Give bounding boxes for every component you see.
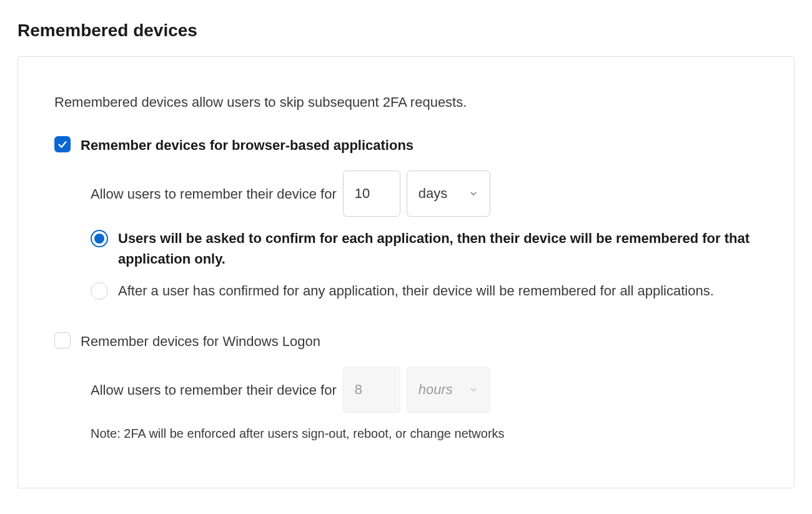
chevron-down-icon — [468, 385, 478, 395]
browser-duration-prefix: Allow users to remember their device for — [91, 184, 337, 204]
remembered-devices-card: Remembered devices allow users to skip s… — [17, 56, 795, 488]
radio-per-app[interactable] — [91, 230, 108, 247]
windows-duration-prefix: Allow users to remember their device for — [91, 380, 337, 400]
radio-all-apps-label: After a user has confirmed for any appli… — [118, 280, 714, 301]
windows-note: Note: 2FA will be enforced after users s… — [91, 424, 758, 443]
windows-duration-unit-label: hours — [418, 382, 453, 398]
section-intro: Remembered devices allow users to skip s… — [54, 92, 758, 112]
windows-option-row: Remember devices for Windows Logon — [54, 331, 758, 352]
browser-option-row: Remember devices for browser-based appli… — [54, 135, 758, 156]
browser-duration-unit-label: days — [418, 185, 447, 202]
radio-all-apps[interactable] — [91, 282, 108, 300]
windows-sub-block: Allow users to remember their device for… — [91, 367, 758, 443]
check-icon — [57, 139, 68, 150]
radio-per-app-row: Users will be asked to confirm for each … — [91, 228, 758, 269]
browser-duration-row: Allow users to remember their device for… — [91, 171, 758, 217]
browser-sub-block: Allow users to remember their device for… — [91, 171, 758, 301]
radio-per-app-label: Users will be asked to confirm for each … — [118, 228, 758, 269]
windows-duration-unit-select: hours — [407, 367, 490, 413]
windows-option-label: Remember devices for Windows Logon — [81, 331, 320, 352]
chevron-down-icon — [468, 189, 478, 199]
section-title: Remembered devices — [17, 17, 795, 44]
browser-checkbox[interactable] — [54, 136, 71, 152]
windows-duration-input — [343, 367, 400, 413]
browser-duration-unit-select[interactable]: days — [407, 171, 490, 217]
windows-checkbox[interactable] — [54, 332, 71, 348]
browser-duration-input[interactable] — [343, 171, 400, 217]
browser-option-label: Remember devices for browser-based appli… — [81, 135, 413, 156]
windows-duration-row: Allow users to remember their device for… — [91, 367, 758, 413]
radio-all-apps-row: After a user has confirmed for any appli… — [91, 280, 758, 301]
